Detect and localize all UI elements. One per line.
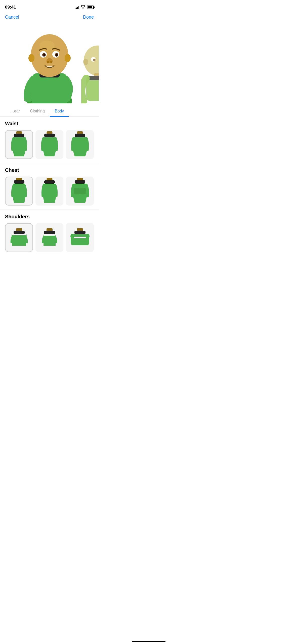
shoulders-title: Shoulders [5,214,94,220]
svg-rect-48 [71,238,89,245]
svg-rect-42 [44,231,55,234]
svg-point-18 [83,59,88,65]
waist-option-1[interactable] [5,130,33,159]
shoulders-option-3[interactable] [66,223,94,252]
avatar-preview [0,23,99,103]
avatar-main [17,23,82,103]
content-area: Waist [0,117,99,252]
cancel-button[interactable]: Cancel [5,15,19,20]
chest-title: Chest [5,167,94,173]
svg-rect-40 [12,238,26,246]
waist-option-3[interactable] [66,130,94,159]
avatar-side [81,38,99,103]
svg-rect-27 [44,134,55,137]
chest-option-3[interactable] [66,177,94,206]
svg-rect-43 [44,238,56,246]
svg-point-13 [56,54,58,56]
svg-point-37 [78,188,87,194]
chest-options [5,177,94,206]
tab-body[interactable]: Body [50,106,69,116]
shoulders-section: Shoulders [0,210,99,252]
svg-rect-45 [74,231,86,234]
svg-point-12 [43,54,45,56]
svg-rect-25 [14,134,24,137]
waist-title: Waist [5,121,94,127]
svg-point-4 [31,34,68,77]
svg-point-15 [47,61,49,63]
battery-icon [87,6,94,9]
waist-section: Waist [0,117,99,159]
waist-options [5,130,94,159]
svg-point-20 [93,59,96,61]
status-icons [75,5,94,10]
svg-rect-31 [14,180,24,184]
tab-bar: …ear Clothing Body [0,106,99,117]
chest-section: Chest [0,163,99,206]
svg-point-16 [50,61,53,63]
nav-bar: Cancel Done [0,13,99,23]
status-bar: 09:41 [0,0,99,13]
done-button[interactable]: Done [83,15,94,20]
shoulders-option-2[interactable] [35,223,63,252]
status-time: 09:41 [5,5,16,10]
wifi-icon [81,5,85,10]
signal-icon [75,6,79,9]
svg-rect-29 [75,134,85,137]
svg-rect-23 [89,76,99,80]
svg-point-7 [65,54,71,62]
shoulders-options [5,223,94,252]
waist-option-2[interactable] [35,130,63,159]
chest-option-1[interactable] [5,177,33,206]
tab-clothing[interactable]: Clothing [25,106,50,116]
svg-rect-35 [75,180,85,184]
shoulders-option-1[interactable] [5,223,33,252]
chest-option-2[interactable] [35,177,63,206]
svg-rect-33 [44,180,55,184]
svg-point-6 [28,54,34,62]
svg-rect-39 [14,231,25,234]
tab-headwear[interactable]: …ear [5,106,25,116]
